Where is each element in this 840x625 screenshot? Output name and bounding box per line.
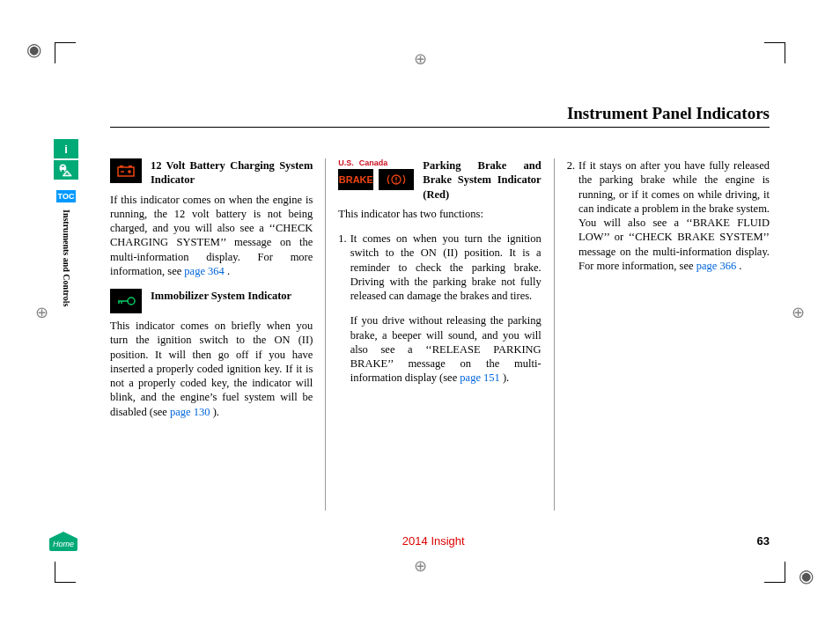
crop-mark-tr [764,42,785,63]
text: . [736,260,741,272]
registration-mark-icon: ◉ [26,39,41,60]
crosshair-icon: ⊕ [35,303,48,322]
brake-intro: This indicator has two functions: [338,207,541,221]
immobilizer-key-icon [110,289,142,313]
brake-indicator-heading: U.S. Canada BRAKE Parking Brake and Brak… [338,158,541,202]
battery-indicator-heading: 12 Volt Battery Charging System Indicato… [110,158,313,188]
text: ). [210,406,219,418]
text: This indicator comes on briefly when you… [110,320,313,418]
brake-us-icon: BRAKE [338,169,373,190]
page-151-link[interactable]: page 151 [460,371,499,384]
home-button[interactable]: Home [49,532,77,551]
battery-indicator-body: If this indicator comes on when the engi… [110,193,313,279]
immobilizer-heading: Immobilizer System Indicator [110,289,313,313]
brake-list-item-2: 2. If it stays on after you have fully r… [567,158,770,273]
brake-indicator-title: Parking Brake and Brake System Indicator… [423,158,541,202]
registration-mark-icon: ◉ [799,565,814,586]
section-label: Instruments and Controls [62,210,71,306]
crop-mark-tl [55,42,76,63]
text: If it stays on after you have fully rele… [578,159,770,272]
page-366-link[interactable]: page 366 [696,260,736,272]
crosshair-icon: ⊕ [792,303,805,322]
page-footer: 2014 Insight 63 [110,534,770,548]
info-button[interactable]: i [54,139,78,158]
svg-rect-2 [129,165,132,167]
battery-icon [110,158,142,183]
brake-list-item-1: 1. It comes on when you turn the ignitio… [338,232,541,396]
canada-label: Canada [359,158,388,169]
page-title: Instrument Panel Indicators [110,104,770,128]
svg-point-12 [396,181,398,183]
model-year: 2014 Insight [110,534,757,548]
svg-rect-1 [120,165,123,167]
page-number: 63 [757,534,770,548]
immobilizer-body: This indicator comes on briefly when you… [110,319,313,419]
immobilizer-title: Immobilizer System Indicator [151,289,291,303]
svg-rect-0 [118,167,134,176]
sidebar: i ⛍ TOC Instruments and Controls [51,139,81,306]
text: If you drive without releasing the parki… [350,314,542,384]
column-1: 12 Volt Battery Charging System Indicato… [110,158,313,511]
brake-icons-group: U.S. Canada BRAKE [338,158,414,190]
page-130-link[interactable]: page 130 [170,406,210,418]
crosshair-icon: ⊕ [414,556,427,576]
crop-mark-br [764,562,785,583]
brake-canada-icon [379,169,414,190]
column-3: 2. If it stays on after you have fully r… [554,158,770,511]
car-button[interactable]: ⛍ [54,160,78,180]
item-number: 1. [338,232,346,396]
content-area: 12 Volt Battery Charging System Indicato… [110,158,770,511]
svg-point-6 [128,298,135,305]
text: ). [500,371,509,384]
crosshair-icon: ⊕ [414,49,427,69]
item-number: 2. [567,158,575,273]
item1-para2: If you drive without releasing the parki… [350,313,542,385]
toc-button[interactable]: TOC [56,190,76,202]
column-2: U.S. Canada BRAKE Parking Brake and Brak… [325,158,541,511]
battery-indicator-title: 12 Volt Battery Charging System Indicato… [151,158,313,188]
page-364-link[interactable]: page 364 [184,265,224,277]
item1-body: It comes on when you turn the ignition s… [350,232,542,303]
us-label: U.S. [338,158,354,169]
text: . [225,265,230,277]
crop-mark-bl [55,562,76,583]
